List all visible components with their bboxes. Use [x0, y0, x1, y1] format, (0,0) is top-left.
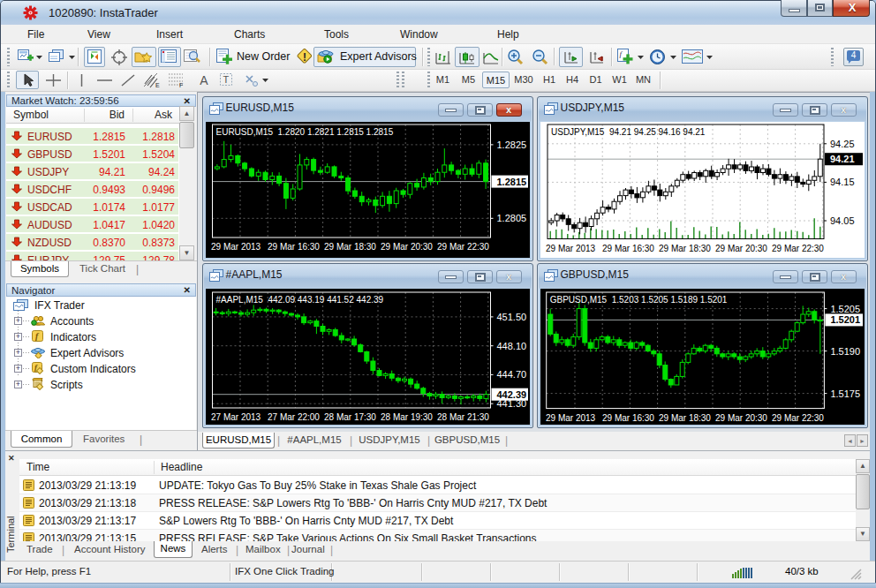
svg-text:442.39: 442.39 — [496, 389, 526, 400]
svg-text:29 Mar 20:30: 29 Mar 20:30 — [381, 242, 433, 252]
svg-text:1.5175: 1.5175 — [830, 388, 860, 399]
svg-text:28 Mar 17:30: 28 Mar 17:30 — [324, 412, 376, 422]
svg-text:29 Mar 20:30: 29 Mar 20:30 — [715, 413, 767, 423]
svg-text:1.5201: 1.5201 — [830, 314, 860, 325]
svg-text:29 Mar 22:30: 29 Mar 22:30 — [772, 413, 824, 423]
svg-text:94.21: 94.21 — [830, 154, 855, 164]
svg-text:GBPUSD,M15 1.5203 1.5205 1.51: GBPUSD,M15 1.5203 1.5205 1.5189 1.5201 — [549, 295, 727, 305]
svg-text:F: F — [179, 82, 183, 88]
svg-text:29 Mar 18:30: 29 Mar 18:30 — [659, 413, 711, 423]
svg-text:29 Mar 16:30: 29 Mar 16:30 — [268, 242, 320, 252]
svg-text:444.70: 444.70 — [496, 369, 526, 380]
svg-text:94.25: 94.25 — [830, 138, 855, 148]
svg-text:94.05: 94.05 — [830, 215, 855, 226]
svg-text:29 Mar 22:30: 29 Mar 22:30 — [437, 242, 489, 252]
svg-text:29 Mar 2013: 29 Mar 2013 — [546, 243, 596, 253]
svg-text:27 Mar 22:00: 27 Mar 22:00 — [268, 412, 320, 422]
svg-text:94.15: 94.15 — [830, 177, 855, 187]
svg-text:29 Mar 2013: 29 Mar 2013 — [211, 242, 261, 252]
svg-text:29 Mar 20:30: 29 Mar 20:30 — [715, 243, 767, 253]
svg-text:EURUSD,M15 1.2820 1.2821 1.28: EURUSD,M15 1.2820 1.2821 1.2815 1.2815 — [215, 127, 393, 137]
svg-text:USDJPY,M15 94.21 94.25 94.16: USDJPY,M15 94.21 94.25 94.16 94.21 — [551, 127, 706, 137]
svg-text:29 Mar 18:30: 29 Mar 18:30 — [324, 242, 376, 252]
svg-text:29 Mar 22:30: 29 Mar 22:30 — [772, 243, 824, 253]
svg-text:28 Mar 21:30: 28 Mar 21:30 — [437, 412, 489, 422]
svg-text:28 Mar 19:30: 28 Mar 19:30 — [381, 412, 433, 422]
svg-text:!: ! — [303, 51, 306, 64]
svg-text:451.50: 451.50 — [496, 312, 526, 322]
svg-text:1.5190: 1.5190 — [830, 346, 860, 357]
svg-text:E: E — [155, 82, 160, 88]
svg-text:29 Mar 16:30: 29 Mar 16:30 — [602, 413, 654, 423]
svg-text:1.5205: 1.5205 — [830, 304, 860, 314]
svg-text:1.2805: 1.2805 — [496, 213, 526, 223]
svg-text:#AAPL,M15 442.09 443.19 441.5: #AAPL,M15 442.09 443.19 441.52 442.39 — [215, 295, 383, 305]
svg-text:T: T — [223, 74, 230, 85]
svg-text:29 Mar 16:30: 29 Mar 16:30 — [602, 243, 654, 253]
svg-text:1.2815: 1.2815 — [496, 176, 526, 186]
svg-text:1.2825: 1.2825 — [496, 139, 526, 149]
svg-text:29 Mar 18:30: 29 Mar 18:30 — [659, 243, 711, 253]
svg-text:448.10: 448.10 — [496, 341, 526, 351]
svg-text:29 Mar 2013: 29 Mar 2013 — [546, 413, 596, 423]
svg-text:27 Mar 2013: 27 Mar 2013 — [211, 412, 261, 422]
